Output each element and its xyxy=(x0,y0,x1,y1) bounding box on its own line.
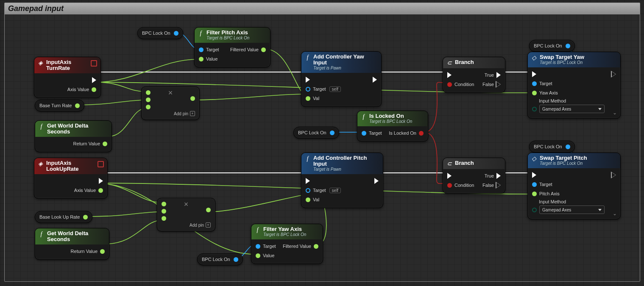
node-get-world-delta-seconds[interactable]: f Get World Delta Seconds Return Value xyxy=(35,120,112,152)
pin-true[interactable] xyxy=(496,72,501,78)
add-pin-button[interactable]: Add pin+ xyxy=(146,111,195,116)
pin-out-object[interactable] xyxy=(330,131,335,135)
pin-return-value[interactable] xyxy=(100,249,105,254)
node-branch[interactable]: ⊂ Branch Condition True False xyxy=(443,57,505,93)
pin-exec-in[interactable] xyxy=(447,173,452,179)
node-swap-target-yaw[interactable]: ◇ Swap Target Yaw Target is BPC Lock On … xyxy=(527,52,621,119)
pin-axis-value[interactable] xyxy=(98,188,103,193)
pin-out[interactable] xyxy=(206,208,211,212)
pin-exec-in[interactable] xyxy=(532,172,536,178)
branch-icon: ⊂ xyxy=(446,161,452,167)
function-icon: f xyxy=(304,155,311,162)
pin-out-object[interactable] xyxy=(566,144,570,149)
var-base-look-up-rate[interactable]: Base Look Up Rate xyxy=(35,211,92,223)
node-is-locked-on[interactable]: f Is Locked On Target is BPC Lock On Tar… xyxy=(357,111,428,142)
pin-val[interactable] xyxy=(306,96,310,101)
chevron-down-icon xyxy=(598,209,602,211)
node-get-world-delta-seconds[interactable]: f Get World Delta Seconds Return Value xyxy=(35,228,109,260)
pin-false[interactable] xyxy=(496,182,501,188)
var-bpc-lock-on[interactable]: BPC Lock On xyxy=(529,141,575,153)
pin-target[interactable] xyxy=(256,244,260,249)
pin-in-c[interactable] xyxy=(162,216,166,221)
var-bpc-lock-on[interactable]: BPC Lock On xyxy=(197,253,243,265)
pin-out-object[interactable] xyxy=(234,257,238,262)
pin-value[interactable] xyxy=(199,57,204,61)
pin-filtered-value[interactable] xyxy=(261,47,266,52)
branch-icon: ⊂ xyxy=(446,60,452,66)
multiply-icon: × xyxy=(184,202,189,221)
node-swap-target-pitch[interactable]: ◇ Swap Target Pitch Target is BPC Lock O… xyxy=(527,153,621,219)
pin-target[interactable] xyxy=(306,188,310,193)
pin-in-c[interactable] xyxy=(146,105,151,109)
pin-in-b[interactable] xyxy=(162,209,166,214)
pin-out[interactable] xyxy=(190,96,195,101)
pin-return-value[interactable] xyxy=(103,142,107,146)
node-branch[interactable]: ⊂ Branch Condition True False xyxy=(443,158,505,194)
pin-target[interactable] xyxy=(199,47,204,52)
multiply-icon: × xyxy=(168,90,173,109)
pin-input-method[interactable] xyxy=(532,208,537,212)
pin-value[interactable] xyxy=(256,253,260,258)
pin-target[interactable] xyxy=(532,81,537,86)
input-method-dropdown[interactable]: Gamepad Axes xyxy=(539,205,605,214)
pin-axis-value[interactable] xyxy=(92,87,96,92)
pin-val[interactable] xyxy=(306,197,310,202)
node-filter-pitch-axis[interactable]: f Filter Pitch Axis Target is BPC Lock O… xyxy=(194,27,270,67)
pin-false[interactable] xyxy=(496,81,501,87)
pin-pitch-axis[interactable] xyxy=(532,192,537,196)
pin-exec-out[interactable] xyxy=(374,178,379,184)
input-method-dropdown[interactable]: Gamepad Axes xyxy=(539,105,605,113)
pin-exec-out[interactable] xyxy=(612,71,616,77)
node-add-controller-pitch-input[interactable]: f Add Controller Pitch Input Target is P… xyxy=(301,153,383,208)
function-icon: f xyxy=(38,123,45,130)
expand-arrow-icon[interactable]: ⌄ xyxy=(613,211,617,217)
pin-in-a[interactable] xyxy=(162,202,166,206)
breakpoint-icon[interactable] xyxy=(98,161,104,167)
pin-out-object[interactable] xyxy=(174,31,178,36)
var-bpc-lock-on[interactable]: BPC Lock On xyxy=(529,40,575,52)
node-filter-yaw-axis[interactable]: f Filter Yaw Axis Target is BPC Lock On … xyxy=(251,224,323,264)
pin-out-float[interactable] xyxy=(83,215,88,219)
function-icon: ◇ xyxy=(531,55,537,61)
node-inputaxis-turnrate[interactable]: ◈ InputAxis TurnRate Axis Value xyxy=(34,57,101,98)
node-inputaxis-lookuprate[interactable]: ◈ InputAxis LookUpRate Axis Value xyxy=(34,158,108,199)
pin-condition[interactable] xyxy=(447,82,452,87)
pin-exec-out[interactable] xyxy=(612,172,616,178)
function-icon: f xyxy=(304,54,311,61)
function-icon: f xyxy=(198,30,204,36)
add-pin-button[interactable]: Add pin+ xyxy=(162,222,211,228)
function-icon: ◇ xyxy=(531,155,537,162)
pin-out-object[interactable] xyxy=(566,44,570,48)
pin-true[interactable] xyxy=(496,173,501,179)
node-multiply[interactable]: × Add pin+ xyxy=(141,86,200,120)
pin-condition[interactable] xyxy=(447,183,452,188)
pin-target[interactable] xyxy=(362,131,366,136)
var-base-turn-rate[interactable]: Base Turn Rate xyxy=(35,100,84,111)
pin-is-locked-on[interactable] xyxy=(419,131,424,136)
pin-target[interactable] xyxy=(306,87,310,92)
pin-in-a[interactable] xyxy=(146,90,151,95)
pin-filtered-value[interactable] xyxy=(314,244,318,249)
pin-target[interactable] xyxy=(532,182,537,187)
breakpoint-icon[interactable] xyxy=(91,60,97,67)
expand-arrow-icon[interactable]: ⌄ xyxy=(613,110,617,116)
pin-in-b[interactable] xyxy=(146,97,151,102)
pin-exec-out[interactable] xyxy=(373,77,377,83)
function-icon: f xyxy=(38,231,45,237)
pin-yaw-axis[interactable] xyxy=(532,91,537,95)
comment-title[interactable]: Gamepad input xyxy=(5,3,640,14)
pin-exec-in[interactable] xyxy=(532,71,536,77)
function-icon: f xyxy=(254,227,261,233)
var-bpc-lock-on[interactable]: BPC Lock On xyxy=(293,127,339,139)
pin-exec-out[interactable] xyxy=(99,178,103,184)
node-add-controller-yaw-input[interactable]: f Add Controller Yaw Input Target is Paw… xyxy=(301,51,382,107)
pin-exec-in[interactable] xyxy=(447,72,452,78)
node-multiply[interactable]: × Add pin+ xyxy=(157,198,215,231)
function-icon: f xyxy=(360,114,367,120)
pin-out-float[interactable] xyxy=(75,103,80,108)
pin-exec-in[interactable] xyxy=(306,178,310,184)
pin-exec-out[interactable] xyxy=(92,77,96,83)
var-bpc-lock-on[interactable]: BPC Lock On xyxy=(137,27,183,39)
pin-input-method[interactable] xyxy=(532,107,537,111)
pin-exec-in[interactable] xyxy=(306,77,310,83)
